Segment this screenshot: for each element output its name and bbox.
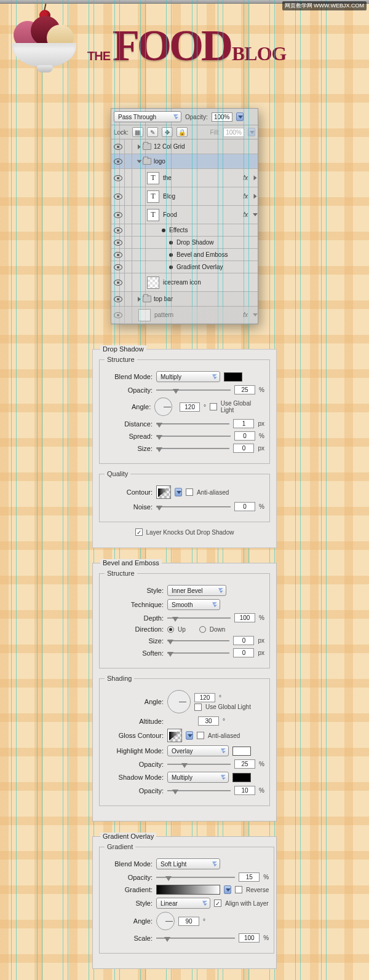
icecream-icon — [9, 16, 82, 77]
contour-dropdown[interactable] — [175, 488, 182, 496]
fx-badge[interactable]: fx — [243, 193, 250, 200]
fill-stepper — [248, 128, 255, 136]
lock-pixels-icon[interactable]: ✎ — [147, 127, 158, 137]
angle-input[interactable]: 120 — [180, 402, 200, 412]
gradient-panel: Gradient Overlay Gradient Blend Mode: So… — [92, 836, 277, 969]
opacity-label: Opacity: — [185, 114, 208, 120]
layer-row-topbar[interactable]: top bar — [111, 292, 258, 307]
depth-slider[interactable] — [167, 614, 231, 622]
bevel-size-input[interactable]: 0 — [233, 636, 254, 645]
align-checkbox[interactable]: ✓ — [214, 900, 221, 907]
visibility-icon[interactable] — [114, 312, 122, 318]
gradient-picker[interactable] — [156, 885, 220, 895]
scale-input[interactable]: 100 — [239, 933, 260, 943]
highlight-mode-select[interactable]: Overlay — [167, 745, 229, 756]
shadow-mode-select[interactable]: Multiply — [167, 772, 229, 783]
logo-block: THE FOOD BLOG — [0, 4, 369, 96]
lock-transparency-icon[interactable]: ▦ — [132, 127, 143, 137]
shading-angle-input[interactable]: 120 — [194, 693, 215, 702]
layer-row-the[interactable]: T the fx — [111, 169, 258, 187]
highlight-color-swatch[interactable] — [232, 747, 251, 756]
text-layer-icon: T — [147, 172, 159, 184]
visibility-icon[interactable] — [114, 175, 122, 181]
visibility-icon[interactable] — [114, 212, 122, 218]
gradient-dropdown[interactable] — [224, 885, 231, 894]
text-layer-icon: T — [147, 209, 159, 221]
layer-row-effects[interactable]: Effects — [111, 224, 258, 237]
distance-input[interactable]: 1 — [233, 419, 254, 428]
knockout-checkbox[interactable]: ✓ — [135, 528, 143, 536]
grad-angle-wheel[interactable] — [156, 912, 175, 930]
bevel-antialias-checkbox[interactable] — [197, 732, 204, 739]
highlight-opacity-slider[interactable] — [167, 760, 231, 769]
layer-row-pattern[interactable]: pattern fx — [111, 307, 258, 324]
visibility-icon[interactable] — [114, 240, 122, 246]
soften-slider[interactable] — [167, 649, 229, 657]
layer-row-food[interactable]: T Food fx — [111, 206, 258, 224]
visibility-icon[interactable] — [114, 144, 122, 150]
antialias-checkbox[interactable] — [186, 488, 193, 496]
layer-row-effect-gradient[interactable]: Gradient Overlay — [111, 261, 258, 273]
size-input[interactable]: 0 — [233, 444, 254, 453]
size-slider[interactable] — [156, 444, 229, 453]
layer-row-icecream[interactable]: icecream icon — [111, 273, 258, 292]
direction-down-radio[interactable] — [199, 626, 206, 633]
gradient-legend: Gradient — [105, 843, 135, 850]
lock-all-icon[interactable]: 🔒 — [177, 127, 188, 137]
grad-angle-input[interactable]: 90 — [178, 917, 199, 926]
visibility-icon[interactable] — [114, 252, 122, 258]
reverse-checkbox[interactable] — [235, 886, 242, 893]
visibility-icon[interactable] — [114, 227, 122, 233]
fx-badge[interactable]: fx — [243, 211, 250, 218]
highlight-opacity-input[interactable]: 25 — [234, 759, 255, 769]
visibility-icon[interactable] — [114, 159, 122, 165]
layer-row-effect-bevel[interactable]: Bevel and Emboss — [111, 249, 258, 261]
opacity-slider[interactable] — [156, 386, 231, 394]
opacity-input[interactable]: 25 — [234, 385, 255, 394]
spread-input[interactable]: 0 — [234, 431, 255, 441]
fx-badge[interactable]: fx — [243, 174, 250, 181]
soften-input[interactable]: 0 — [233, 648, 254, 657]
visibility-icon[interactable] — [114, 296, 122, 302]
layer-row-grid[interactable]: 12 Col Grid — [111, 139, 258, 154]
logo-food: FOOD — [113, 28, 231, 64]
shadow-color-swatch[interactable] — [224, 372, 242, 382]
distance-slider[interactable] — [156, 420, 229, 428]
noise-slider[interactable] — [156, 503, 231, 511]
layer-row-blog[interactable]: T Blog fx — [111, 187, 258, 206]
gloss-dropdown[interactable] — [186, 731, 193, 740]
grad-style-select[interactable]: Linear — [156, 898, 210, 909]
technique-select[interactable]: Smooth — [167, 599, 220, 610]
bevel-size-slider[interactable] — [167, 637, 229, 645]
layer-row-logo[interactable]: logo — [111, 154, 258, 169]
depth-input[interactable]: 100 — [234, 613, 255, 622]
grad-opacity-slider[interactable] — [156, 873, 235, 882]
blend-mode-select[interactable]: Multiply — [156, 371, 220, 382]
blend-mode-select[interactable]: Pass Through — [114, 111, 181, 122]
layer-row-effect-dropshadow[interactable]: Drop Shadow — [111, 237, 258, 249]
shadow-opacity-input[interactable]: 10 — [234, 786, 255, 795]
grad-opacity-input[interactable]: 15 — [239, 872, 260, 882]
noise-input[interactable]: 0 — [234, 502, 255, 511]
visibility-icon[interactable] — [114, 280, 122, 286]
shadow-opacity-slider[interactable] — [167, 786, 231, 795]
direction-up-radio[interactable] — [167, 626, 174, 633]
contour-picker[interactable] — [156, 485, 171, 499]
style-select[interactable]: Inner Bevel — [167, 585, 226, 596]
spread-slider[interactable] — [156, 432, 231, 441]
opacity-value[interactable]: 100% — [212, 112, 232, 122]
visibility-icon[interactable] — [114, 264, 122, 270]
shading-angle-wheel[interactable] — [167, 690, 191, 713]
global-light-checkbox[interactable] — [210, 403, 217, 410]
altitude-input[interactable]: 30 — [198, 716, 219, 726]
lock-position-icon[interactable]: ✥ — [162, 127, 173, 137]
grad-blend-select[interactable]: Soft Light — [156, 858, 220, 869]
angle-wheel[interactable] — [154, 398, 172, 416]
fill-value: 100% — [223, 128, 244, 137]
shadow-color-swatch[interactable] — [232, 773, 251, 782]
gloss-contour-picker[interactable] — [167, 729, 182, 742]
scale-slider[interactable] — [156, 934, 235, 943]
bevel-global-light-checkbox[interactable] — [194, 704, 202, 711]
opacity-stepper[interactable] — [236, 112, 244, 121]
visibility-icon[interactable] — [114, 194, 122, 200]
